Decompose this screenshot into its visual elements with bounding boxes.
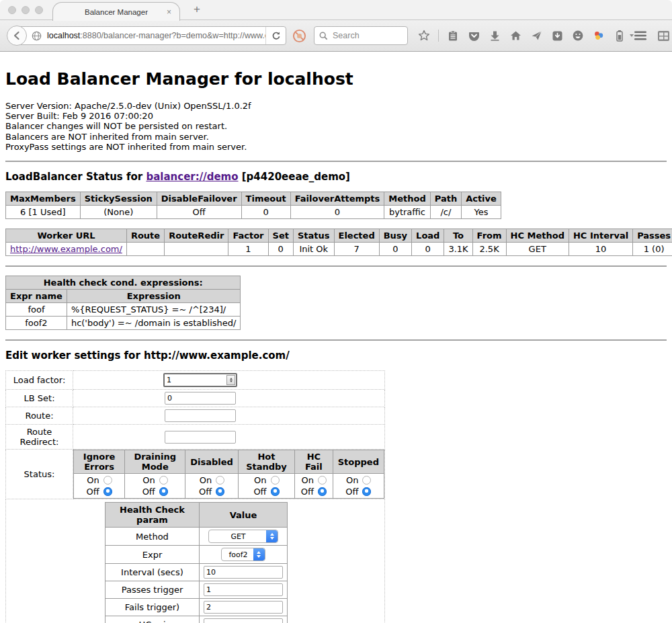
radio-off[interactable] [362,487,371,496]
pocket-icon[interactable] [467,29,480,42]
content-blocker-icon[interactable] [292,29,306,43]
hc-uri-input[interactable] [204,618,283,623]
hc-passes-input[interactable] [204,583,283,596]
reload-button[interactable] [265,27,286,44]
radio-off[interactable] [216,487,224,496]
table-cell: 0 [241,206,290,219]
hc-expr-select[interactable]: foof2 [221,548,265,561]
radio-off-label: Off [253,487,266,497]
radio-on-label: On [87,475,99,485]
downloads-icon[interactable] [488,29,501,42]
divider [5,339,667,341]
radio-on-label: On [345,475,358,485]
radio-off[interactable] [271,487,280,496]
load-factor-input[interactable]: 1 [163,373,237,387]
table-header-cell: Busy [379,229,411,243]
route-redirect-input[interactable] [165,431,236,444]
zoom-window-icon[interactable] [35,6,43,14]
table-cell: 1 [228,243,268,256]
table-cell: 0 [290,206,384,219]
lb-set-label: LB Set: [6,390,73,407]
worker-url-link[interactable]: http://www.example.com/ [10,244,122,254]
nav-toolbar: localhost:8880/balancer-manager?b=demo&w… [0,20,672,52]
radio-group-hc-fail: On Off [300,475,328,497]
hc-interval-input[interactable] [204,566,283,579]
url-text[interactable]: localhost:8880/balancer-manager?b=demo&w… [47,31,265,40]
radio-off[interactable] [159,487,168,496]
search-input[interactable]: Search [314,26,408,45]
status-label: Status: [6,450,73,499]
table-row: foof %{REQUEST_STATUS} =~ /^[234]/ [6,303,241,317]
status-radio-row: On Off On Off On Off [74,474,384,499]
window-controls[interactable] [8,6,43,14]
hc-row-expr: Expr foof2 [106,546,288,564]
hc-fails-input[interactable] [204,601,283,614]
hc-expr-label: Expr [106,546,200,564]
table-cell [126,243,164,256]
notice-proxypass: ProxyPass settings are NOT inherited fro… [5,142,667,152]
table-header-cell: Elected [334,229,379,243]
radio-on[interactable] [318,476,327,485]
select-stepper-icon [266,530,278,542]
hc-method-select[interactable]: GET [208,530,278,543]
radio-on[interactable] [103,476,112,485]
url-bar[interactable]: localhost:8880/balancer-manager?b=demo&w… [16,26,286,45]
table-cell: 6 [1 Used] [6,206,81,219]
table-header-cell: DisableFailover [157,192,241,206]
bookmark-star-icon[interactable] [417,29,431,42]
radio-on[interactable] [271,476,280,485]
balancer-demo-link[interactable]: balancer://demo [146,171,238,183]
table-cell: 3.1K [444,243,472,256]
heading-prefix: LoadBalancer Status for [5,171,146,183]
tab-close-icon[interactable]: × [167,7,171,17]
route-input[interactable] [165,409,236,422]
hc-row-uri: HC uri [106,616,288,623]
radio-off-label: Off [301,487,314,497]
divider [5,265,667,267]
colors-icon[interactable] [592,29,605,42]
radio-group-draining-mode: On Off [130,475,180,497]
server-version: Server Version: Apache/2.5.0-dev (Unix) … [5,101,667,111]
table-header-row: Health Check param Value [106,503,288,528]
radio-off-label: Off [87,487,99,497]
notice-persist: Balancer changes will NOT be persisted o… [5,121,667,131]
radio-on[interactable] [216,476,224,485]
radio-on[interactable] [159,476,168,485]
expr-table-title: Health check cond. expressions: [6,276,241,290]
back-button[interactable] [7,26,27,46]
table-header-cell: FailoverAttempts [290,192,384,206]
form-row-status: Status: Ignore Errors Draining Mode Disa… [6,450,385,499]
lb-set-input[interactable] [165,392,236,405]
clipboard-icon[interactable] [446,29,460,42]
table-header-cell: Ignore Errors [74,450,125,474]
download-box-icon[interactable] [550,29,564,42]
send-icon[interactable] [530,29,543,42]
table-header-cell: Health Check param [106,503,200,528]
browser-window: Balancer Manager × + localhost:8880/bala… [0,0,672,623]
server-built: Server Built: Feb 9 2016 07:00:20 [5,111,667,121]
smiley-icon[interactable] [571,29,585,42]
tab-balancer-manager[interactable]: Balancer Manager × [52,2,180,21]
table-header-cell: Method [384,192,430,206]
number-stepper-icon[interactable] [226,375,235,385]
close-window-icon[interactable] [8,6,16,14]
minimize-window-icon[interactable] [22,6,30,14]
url-path: :8880/balancer-manager?b=demo&w=http://w… [80,31,265,40]
home-icon[interactable] [509,29,522,42]
balancer-status-heading: LoadBalancer Status for balancer://demo … [5,171,667,183]
table-header-cell: Hot Standby [238,450,294,474]
tab-groups-icon[interactable] [657,29,670,42]
form-row-load-factor: Load factor: 1 [6,371,385,390]
radio-on[interactable] [362,476,371,485]
new-tab-button[interactable]: + [194,3,200,16]
radio-off[interactable] [103,487,112,496]
radio-off[interactable] [318,487,327,496]
table-header-cell: Route [126,229,164,243]
table-header-row: MaxMembers StickySession DisableFailover… [6,192,501,206]
table-header-cell: Worker URL [6,229,127,243]
battery-icon[interactable] [613,29,626,42]
table-header-cell: Timeout [241,192,290,206]
menu-icon[interactable] [634,29,647,42]
globe-icon [32,31,42,41]
table-header-cell: StickySession [80,192,157,206]
